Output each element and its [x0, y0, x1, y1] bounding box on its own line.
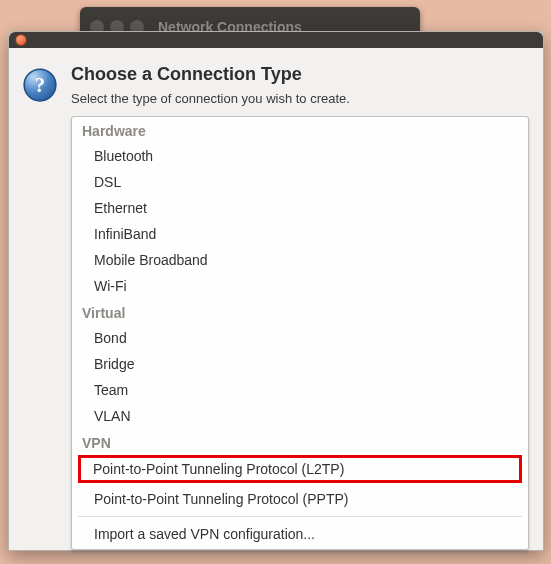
dialog-content: ? Choose a Connection Type Select the ty…: [9, 48, 543, 550]
dialog-heading: Choose a Connection Type: [71, 64, 529, 85]
list-item-infiniband[interactable]: InfiniBand: [72, 221, 528, 247]
connection-type-dialog: ? Choose a Connection Type Select the ty…: [8, 31, 544, 551]
connection-type-list[interactable]: Hardware Bluetooth DSL Ethernet InfiniBa…: [71, 116, 529, 550]
help-icon: ?: [21, 66, 59, 104]
group-virtual: Virtual: [72, 299, 528, 325]
group-hardware: Hardware: [72, 117, 528, 143]
list-item-bridge[interactable]: Bridge: [72, 351, 528, 377]
dialog-subtext: Select the type of connection you wish t…: [71, 91, 529, 106]
list-item-wifi[interactable]: Wi-Fi: [72, 273, 528, 299]
dialog-titlebar: [9, 32, 543, 48]
list-item-team[interactable]: Team: [72, 377, 528, 403]
list-item-bond[interactable]: Bond: [72, 325, 528, 351]
list-item-vpn-l2tp[interactable]: Point-to-Point Tunneling Protocol (L2TP): [78, 455, 522, 483]
list-item-dsl[interactable]: DSL: [72, 169, 528, 195]
group-vpn: VPN: [72, 429, 528, 455]
list-item-ethernet[interactable]: Ethernet: [72, 195, 528, 221]
dialog-main: Choose a Connection Type Select the type…: [71, 64, 529, 550]
list-item-vpn-pptp[interactable]: Point-to-Point Tunneling Protocol (PPTP): [72, 486, 528, 512]
list-item-vpn-import[interactable]: Import a saved VPN configuration...: [72, 521, 528, 547]
svg-text:?: ?: [35, 74, 45, 96]
list-item-bluetooth[interactable]: Bluetooth: [72, 143, 528, 169]
close-icon[interactable]: [15, 34, 27, 46]
list-item-vlan[interactable]: VLAN: [72, 403, 528, 429]
list-item-mobile-broadband[interactable]: Mobile Broadband: [72, 247, 528, 273]
separator: [78, 516, 522, 517]
